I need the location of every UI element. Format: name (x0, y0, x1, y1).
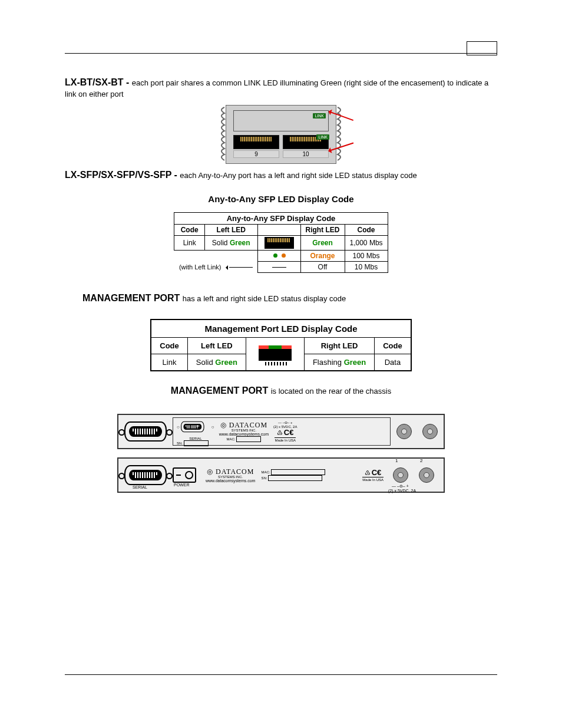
serial-port-icon (124, 421, 167, 442)
sfp-th-code-r: Code (345, 224, 388, 235)
cert-block-2: ♳ C€ Made In USA (362, 469, 384, 482)
cert-block-1: — –⊖– + (2) x 5VDC, 2A ♳ C€ Made In USA (273, 421, 297, 442)
sfp-table: Any-to-Any SFP Display Code Code Left LE… (174, 212, 388, 273)
sfp-r2-right: Orange (300, 250, 345, 261)
sfp-table-title: Any-to-Any SFP Display Code (174, 212, 388, 224)
sfp-r3-right: Off (300, 261, 345, 272)
module-notch-left (217, 105, 226, 164)
sn-label-1: SN: (177, 442, 183, 445)
sfp-r1-code-l: Link (174, 235, 205, 250)
sfp-r1-right: Green (300, 235, 345, 250)
sfp-r1-code-r: 1,000 Mbs (345, 235, 388, 250)
mgmt-th-left: Left LED (187, 338, 246, 354)
heading-lx-bt-text: LX-BT/SX-BT - (65, 77, 129, 87)
brand-text-2: DATACOM (206, 468, 255, 475)
weee-icon: ♳ (277, 429, 283, 436)
weee-icon-2: ♳ (365, 469, 371, 476)
mgmt-th-code-r: Code (375, 338, 411, 354)
sfp-fig-title: Any-to-Any SFP LED Display Code (65, 194, 497, 204)
mgmt-table: Management Port LED Display Code Code Le… (150, 319, 411, 371)
serial-label-2: SERIAL (133, 485, 147, 489)
plug-num-2: 2 (420, 458, 422, 463)
sn-label-2: SN: (261, 476, 267, 480)
figure-module: LINK LINK 9 10 (65, 105, 497, 164)
rule-top (65, 53, 497, 54)
ce-mark: C€ (284, 428, 294, 437)
mgmt-r-code-l: Link (151, 354, 187, 371)
brand-url-1: www.datacomsystems.com (219, 432, 269, 436)
mini-serial-icon (181, 421, 204, 433)
module-num-right: 10 (283, 150, 329, 158)
power-plug-2b (419, 467, 434, 483)
serial-port-icon-2 (124, 465, 167, 485)
made-usa-2: Made In USA (362, 477, 384, 482)
mac-label-1: MAC: (226, 437, 235, 441)
sfp-th-code-l: Code (174, 224, 205, 235)
corner-box (467, 41, 497, 55)
heading-mgmt: MANAGEMENT PORT (82, 293, 180, 303)
power-plug-2a (393, 467, 408, 483)
snmac-block-2: MAC: SN: (261, 469, 325, 481)
link-label-top: LINK (313, 113, 326, 118)
power-label: POWER (174, 483, 189, 487)
mgmt-th-port (246, 338, 304, 371)
sfp-r2-left (204, 250, 257, 261)
body-lx-sfp: each Any-to-Any port has a left and righ… (180, 171, 417, 180)
mgmt-th-code-l: Code (151, 338, 187, 354)
logo-block-1: DATACOM SYSTEMS INC. www.datacomsystems.… (219, 421, 269, 442)
pwr-spec-top-2: — –⊖– + (392, 484, 409, 489)
sfp-r2-port (257, 250, 300, 261)
sfp-th-port (257, 224, 300, 235)
mac-label-2: MAC: (261, 470, 270, 474)
plug-num-1: 1 (395, 458, 398, 463)
heading-lx-sfp-text: LX-SFP/SX-SFP/VS-SFP - (65, 170, 177, 180)
heading-lx-sfp: LX-SFP/SX-SFP/VS-SFP - each Any-to-Any p… (65, 170, 497, 181)
page: LX-BT/SX-BT - each port pair shares a co… (0, 0, 562, 728)
rear-panel-2: SERIAL POWER DATACOM SYSTEMS INC. www.da… (117, 457, 445, 493)
sfp-r3-note-text: (with Left Link) (179, 263, 222, 271)
sfp-r1-left: Solid Green (204, 235, 257, 250)
mgmt-th-right: Right LED (304, 338, 374, 354)
rear-heading: MANAGEMENT PORT is located on the rear o… (65, 386, 497, 396)
pwr-spec-2: (2) x 5VDC, 2A (388, 489, 416, 493)
rear-heading-note: is located on the rear of the chassis (271, 387, 392, 396)
sfp-r3-port (257, 261, 300, 272)
pwr-spec-top-1: — –⊖– + (273, 421, 297, 425)
heading-lx-bt: LX-BT/SX-BT - each port pair shares a co… (65, 77, 497, 99)
module-socket-right: LINK (283, 135, 329, 149)
body-mgmt: has a left and right side LED status dis… (183, 294, 346, 303)
brand-text: DATACOM (219, 421, 269, 429)
mgmt-r-code-r: Data (375, 354, 411, 371)
logo-block-2: DATACOM SYSTEMS INC. www.datacomsystems.… (206, 468, 255, 483)
sfp-r2-code-l (174, 250, 205, 261)
made-usa-1: Made In USA (275, 437, 296, 443)
mgmt-r-left: Solid Green (187, 354, 246, 371)
power-plug-1a (396, 424, 412, 439)
sfp-r1-port (257, 235, 300, 250)
module-num-left: 9 (233, 150, 279, 158)
sfp-r3-code-r: 10 Mbs (345, 261, 388, 272)
mgmt-port-icon (257, 345, 293, 363)
mgmt-r-right: Flashing Green (304, 354, 374, 371)
rear-panels: ○ ○ SERIAL SN: DATACOM SYSTEMS INC. www.… (65, 414, 497, 493)
power-plug-1b (422, 424, 438, 439)
sfp-r2-code-r: 100 Mbs (345, 250, 388, 261)
sfp-th-right: Right LED (300, 224, 345, 235)
module-socket-left (233, 135, 279, 149)
rear-heading-text: MANAGEMENT PORT (171, 386, 268, 396)
brand-url-2: www.datacomsystems.com (206, 479, 255, 483)
mgmt-table-title: Management Port LED Display Code (151, 319, 411, 338)
rear-panel-1: ○ ○ SERIAL SN: DATACOM SYSTEMS INC. www.… (117, 414, 445, 449)
link-label-bottom: LINK (316, 134, 329, 140)
power-switch-icon (173, 467, 196, 483)
sfp-th-left: Left LED (204, 224, 257, 235)
ce-mark-2: C€ (372, 468, 382, 477)
inner-box-1: ○ ○ SERIAL SN: DATACOM SYSTEMS INC. www.… (173, 417, 391, 446)
rule-bottom (65, 674, 497, 675)
sfp-r3-note: (with Left Link) (174, 261, 257, 272)
